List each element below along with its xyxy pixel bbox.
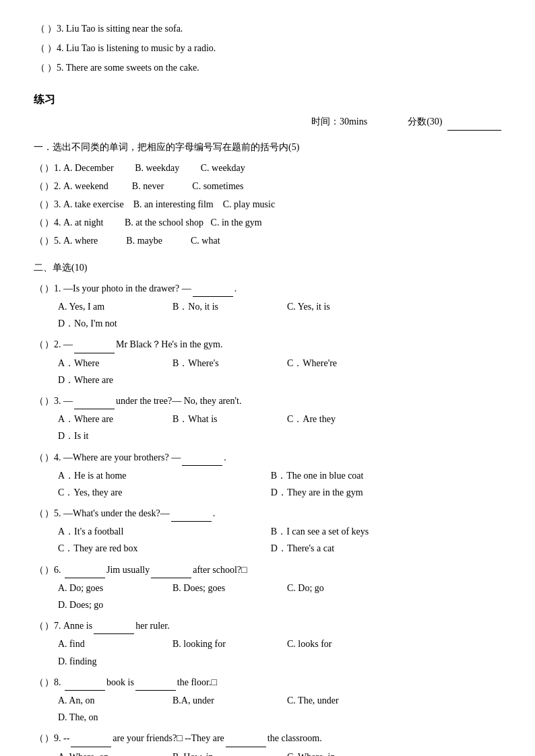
paren-3: （	[34, 20, 47, 37]
score-label: 分数(30)	[408, 113, 501, 130]
statement-4: （ ）4. Liu Tao is listening to music by a…	[34, 40, 501, 57]
statement-4-text: ）4. Liu Tao is listening to music by a r…	[47, 40, 216, 57]
time-score-row: 时间：30mins 分数(30)	[34, 113, 501, 130]
part2-q7: （ ）7. Anne isher ruler. A. find B. looki…	[34, 617, 501, 670]
time-label: 时间：30mins	[311, 113, 367, 130]
part1-q5: （ ）5. A. where B. maybe C. what	[34, 232, 501, 249]
part2-q4: （ ）4. —Where are your brothers? —. A．He …	[34, 449, 501, 502]
part2-q6: （ ）6. Jim usuallyafter school?□ A. Do; g…	[34, 561, 501, 614]
part2-q9: （ ）9. --are your friends?□ --They arethe…	[34, 730, 501, 756]
part1-q4: （ ）4. A. at night B. at the school shop …	[34, 214, 501, 231]
part-one: 一．选出不同类的单词，把相应的字母编号写在题前的括号内(5) （ ）1. A. …	[34, 139, 501, 250]
statement-3: （ ）3. Liu Tao is sitting near the sofa.	[34, 20, 501, 37]
part2-q3: （ ）3. —under the tree?— No, they aren't.…	[34, 392, 501, 445]
part2-q1: （ ）1. —Is your photo in the drawer? —. A…	[34, 280, 501, 333]
score-blank	[447, 130, 501, 131]
part-two-header: 二、单选(10)	[34, 259, 501, 276]
paren-4: （	[34, 40, 47, 57]
statement-3-text: ）3. Liu Tao is sitting near the sofa.	[47, 20, 183, 37]
part1-q2: （ ）2. A. weekend B. never C. sometimes	[34, 178, 501, 195]
statement-5: （ ）5. There are some sweets on the cake.	[34, 59, 501, 76]
part2-q8: （ ）8. book isthe floor.□ A. An, on B.A, …	[34, 674, 501, 726]
part-two: 二、单选(10) （ ）1. —Is your photo in the dra…	[34, 259, 501, 756]
section-title: 练习	[34, 90, 501, 110]
part2-q2: （ ）2. —Mr Black？He's in the gym. A．Where…	[34, 336, 501, 388]
part1-q1: （ ）1. A. December B. weekday C. weekday	[34, 160, 501, 176]
top-statements: （ ）3. Liu Tao is sitting near the sofa. …	[34, 20, 501, 77]
part2-q5: （ ）5. —What's under the desk?—. A．It's a…	[34, 505, 501, 557]
part1-q3: （ ）3. A. take exercise B. an interesting…	[34, 196, 501, 213]
statement-5-text: ）5. There are some sweets on the cake.	[47, 59, 199, 76]
paren-5: （	[34, 59, 47, 76]
part-one-header: 一．选出不同类的单词，把相应的字母编号写在题前的括号内(5)	[34, 139, 501, 156]
